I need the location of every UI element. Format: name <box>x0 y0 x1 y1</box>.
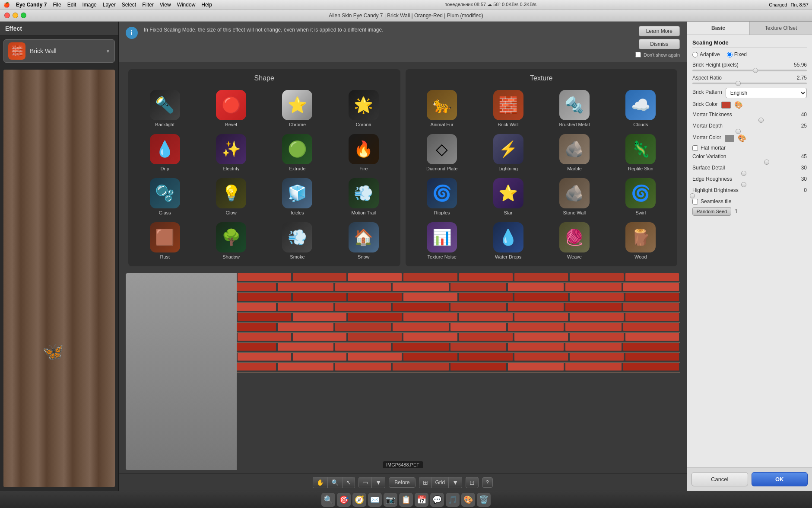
learn-more-button[interactable]: Learn More <box>639 26 680 36</box>
dock-icon-trash[interactable]: 🗑️ <box>477 493 491 507</box>
edge-roughness-thumb[interactable] <box>741 182 746 187</box>
dock-icon-calendar[interactable]: 📅 <box>415 493 428 507</box>
shape-item-rust[interactable]: 🟫Rust <box>133 220 196 261</box>
texture-item-brickwall[interactable]: 🧱Brick Wall <box>477 88 539 129</box>
texture-item-reptile[interactable]: 🦎Reptile Skin <box>609 132 672 173</box>
mortar-color-swatch[interactable] <box>725 135 734 142</box>
shape-item-extrude[interactable]: 🟢Extrude <box>266 132 329 173</box>
texture-item-lightning[interactable]: ⚡Lightning <box>477 132 539 173</box>
aspect-ratio-thumb[interactable] <box>736 81 741 86</box>
view-mode-dropdown[interactable]: ▼ <box>372 477 385 488</box>
dismiss-button[interactable]: Dismiss <box>639 39 680 49</box>
dock-icon-finder[interactable]: 🔍 <box>321 493 335 507</box>
cancel-button[interactable]: Cancel <box>691 472 748 486</box>
shape-item-bevel[interactable]: 🔴Bevel <box>200 88 262 129</box>
app-menu-name[interactable]: Eye Candy 7 <box>16 2 47 8</box>
texture-item-stonewall[interactable]: 🪨Stone Wall <box>543 176 606 217</box>
brick-height-slider[interactable] <box>692 70 807 71</box>
brick-color-swatch[interactable] <box>721 102 731 109</box>
grid-dropdown[interactable]: ▼ <box>449 477 462 488</box>
color-variation-thumb[interactable] <box>764 160 769 165</box>
dock-icon-photoshop[interactable]: 🎨 <box>461 493 475 507</box>
texture-item-diamond[interactable]: ◇Diamond Plate <box>411 132 473 173</box>
shape-item-shadow[interactable]: 🌳Shadow <box>200 220 262 261</box>
dock-icon-contacts[interactable]: 📋 <box>399 493 413 507</box>
adaptive-radio[interactable] <box>692 52 698 58</box>
shape-item-smoke[interactable]: 💨Smoke <box>266 220 329 261</box>
seamless-tile-checkbox[interactable] <box>692 199 698 204</box>
surface-detail-thumb[interactable] <box>741 171 746 176</box>
before-button[interactable]: Before <box>389 477 415 488</box>
hand-tool-button[interactable]: ✋ <box>313 477 328 488</box>
mortar-thickness-label: Mortar Thickness <box>692 112 732 118</box>
shape-item-chrome[interactable]: ⭐Chrome <box>266 88 329 129</box>
dont-show-checkbox[interactable] <box>635 52 641 58</box>
grid-view-button[interactable]: ⊞ <box>419 477 432 488</box>
ok-button[interactable]: OK <box>752 472 808 486</box>
apple-menu[interactable]: 🍎 <box>3 2 10 8</box>
mortar-thickness-thumb[interactable] <box>758 118 764 123</box>
minimize-button[interactable] <box>13 13 18 18</box>
menu-window[interactable]: Window <box>177 2 196 8</box>
tab-basic[interactable]: Basic <box>687 22 750 35</box>
flat-mortar-checkbox[interactable] <box>692 145 698 151</box>
texture-item-swirl[interactable]: 🌀Swirl <box>609 176 672 217</box>
maximize-button[interactable] <box>21 13 26 18</box>
texture-item-star[interactable]: ⭐Star <box>477 176 539 217</box>
texture-item-waterdrops[interactable]: 💧Water Drops <box>477 220 539 261</box>
shape-item-glow[interactable]: 💡Glow <box>200 176 262 217</box>
zoom-tool-button[interactable]: 🔍 <box>328 477 343 488</box>
help-button[interactable]: ? <box>482 477 493 488</box>
menu-view[interactable]: View <box>160 2 171 8</box>
shape-item-corona[interactable]: 🌟Corona <box>332 88 395 129</box>
random-seed-button[interactable]: Random Seed <box>692 207 731 216</box>
brick-pattern-select[interactable]: English <box>726 88 807 98</box>
mortar-depth-thumb[interactable] <box>736 129 741 134</box>
menu-filter[interactable]: Filter <box>142 2 154 8</box>
shape-item-icicles[interactable]: 🧊Icicles <box>266 176 329 217</box>
effect-selector[interactable]: 🧱 Brick Wall ▼ <box>3 39 115 63</box>
view-mode-button[interactable]: ▭ <box>359 477 372 488</box>
shape-item-snow[interactable]: 🏠Snow <box>332 220 395 261</box>
menu-edit[interactable]: Edit <box>67 2 76 8</box>
brick-height-thumb[interactable] <box>753 68 758 73</box>
mortar-color-picker-icon[interactable]: 🎨 <box>738 134 746 142</box>
fixed-option[interactable]: Fixed <box>727 51 747 58</box>
fixed-radio[interactable] <box>727 52 733 58</box>
menu-select[interactable]: Select <box>122 2 136 8</box>
texture-item-weave[interactable]: 🧶Weave <box>543 220 606 261</box>
texture-item-wood[interactable]: 🪵Wood <box>609 220 672 261</box>
dock-icon-launchpad[interactable]: 🎯 <box>337 493 351 507</box>
close-button[interactable] <box>4 13 10 18</box>
texture-item-ripples[interactable]: 🌀Ripples <box>411 176 473 217</box>
dock-icon-safari[interactable]: 🧭 <box>352 493 366 507</box>
dock-icon-photos[interactable]: 📷 <box>384 493 397 507</box>
shape-item-glass[interactable]: 🫧Glass <box>133 176 196 217</box>
dock-icon-mail[interactable]: ✉️ <box>368 493 382 507</box>
menu-file[interactable]: File <box>53 2 61 8</box>
aspect-ratio-slider[interactable] <box>692 83 807 84</box>
compare-button[interactable]: ⊡ <box>466 477 479 488</box>
texture-item-brushed[interactable]: 🔩Brushed Metal <box>543 88 606 129</box>
shape-item-drip[interactable]: 💧Drip <box>133 132 196 173</box>
adaptive-option[interactable]: Adaptive <box>692 51 720 58</box>
menu-help[interactable]: Help <box>201 2 212 8</box>
select-tool-button[interactable]: ↖ <box>343 477 355 488</box>
texture-item-clouds[interactable]: ☁️Clouds <box>609 88 672 129</box>
dock-icon-messages[interactable]: 💬 <box>430 493 444 507</box>
dock-icon-itunes[interactable]: 🎵 <box>446 493 460 507</box>
menu-layer[interactable]: Layer <box>103 2 116 8</box>
brick-color-picker-icon[interactable]: 🎨 <box>734 101 743 109</box>
texture-item-texnoise[interactable]: 📊Texture Noise <box>411 220 473 261</box>
texture-item-marble[interactable]: 🪨Marble <box>543 132 606 173</box>
grid-label-button[interactable]: Grid <box>432 477 449 488</box>
highlight-brightness-thumb[interactable] <box>690 193 695 198</box>
tab-texture-offset[interactable]: Texture Offset <box>750 22 812 35</box>
texture-item-animalfur[interactable]: 🐆Animal Fur <box>411 88 473 129</box>
shape-item-motion[interactable]: 💨Motion Trail <box>332 176 395 217</box>
shape-item-fire[interactable]: 🔥Fire <box>332 132 395 173</box>
surface-detail-value: 30 <box>792 165 807 173</box>
shape-item-electrify[interactable]: ✨Electrify <box>200 132 262 173</box>
shape-item-backlight[interactable]: 🔦Backlight <box>133 88 196 129</box>
menu-image[interactable]: Image <box>82 2 96 8</box>
